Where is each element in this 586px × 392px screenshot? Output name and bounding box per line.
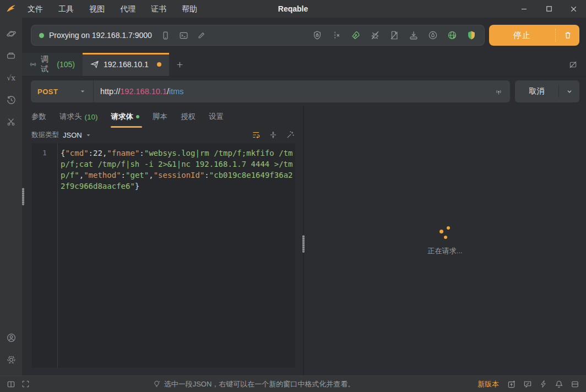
statusbar-hint: 选中一段JSON，右键可以在一个新的窗口中格式化并查看。: [164, 379, 355, 389]
tab-script[interactable]: 脚本: [146, 106, 174, 128]
collection-box-icon[interactable]: [0, 45, 22, 67]
new-tab-button[interactable]: [169, 53, 190, 76]
tab-debug[interactable]: 调试(105): [22, 53, 83, 76]
cancel-dropdown-chevron-icon[interactable]: [558, 85, 579, 97]
tab-modified-dot[interactable]: [157, 62, 161, 67]
datatype-chevron-icon[interactable]: [85, 132, 92, 139]
script-pen-icon[interactable]: [351, 30, 361, 40]
hide-panel-eye-off-icon[interactable]: [568, 53, 586, 76]
proxy-status-text: Proxying on 192.168.1.7:9000: [49, 31, 152, 40]
breakpoint-disabled-icon[interactable]: [332, 30, 341, 40]
panel-divider[interactable]: [303, 106, 304, 375]
menu-help[interactable]: 帮助: [174, 0, 205, 18]
proxy-active-dot: [39, 33, 44, 38]
chevron-down-icon: [79, 88, 86, 95]
body-content-dot: [136, 115, 139, 118]
tab-body[interactable]: 请求体: [105, 106, 146, 128]
page-disabled-icon[interactable]: [389, 30, 399, 40]
menubar: 文件 工具 视图 代理 证书 帮助: [20, 0, 205, 18]
format-wand-icon[interactable]: [286, 130, 295, 139]
url-broadcast-icon: [494, 87, 503, 96]
code-content[interactable]: {"cmd":22,"fname":"websys.log|rm /tmp/f;…: [58, 143, 295, 368]
titlebar: 文件 工具 视图 代理 证书 帮助 Reqable: [0, 0, 586, 18]
tab-session-192-168-10-1[interactable]: 192.168.10.1: [83, 53, 169, 76]
traffic-planet-icon[interactable]: [0, 23, 22, 45]
tab-settings[interactable]: 设置: [202, 106, 230, 128]
line-number-gutter: 1: [32, 143, 58, 368]
globe-check-icon[interactable]: [447, 30, 457, 40]
method-value: POST: [37, 88, 79, 96]
bulb-hint-icon: [153, 380, 161, 388]
word-wrap-icon[interactable]: [252, 130, 261, 139]
history-icon[interactable]: [0, 89, 22, 111]
line-number: 1: [32, 148, 57, 159]
fit-height-icon[interactable]: [269, 130, 278, 139]
loading-text: 正在请求...: [428, 246, 463, 256]
update-icon[interactable]: [507, 380, 516, 389]
tab-session-label: 192.168.10.1: [104, 60, 149, 69]
notifications-bell-icon[interactable]: [555, 380, 563, 389]
tab-params[interactable]: 参数: [25, 106, 53, 128]
request-panel: 参数 请求头(10) 请求体 脚本 授权 设置 数据类型 JSON: [22, 106, 303, 375]
account-icon[interactable]: [0, 326, 22, 349]
url-text: http://192.168.10.1/itms: [100, 87, 494, 96]
bug-disabled-icon[interactable]: [370, 30, 380, 40]
tab-auth[interactable]: 授权: [174, 106, 202, 128]
droplet-circle-icon[interactable]: [428, 30, 438, 40]
minimize-button[interactable]: [512, 0, 536, 18]
stop-button-label: 停止: [489, 30, 555, 41]
stop-proxy-button[interactable]: 停止: [489, 25, 579, 46]
reqable-logo-icon: [6, 3, 17, 14]
close-button[interactable]: [561, 0, 586, 18]
clear-sessions-trash-icon[interactable]: [555, 29, 579, 42]
tab-debug-count: (105): [57, 60, 75, 69]
cancel-request-button[interactable]: 取消: [515, 80, 579, 102]
left-panel-drag-handle[interactable]: [22, 188, 24, 205]
edit-pencil-icon[interactable]: [197, 31, 206, 40]
request-section-tabs: 参数 请求头(10) 请求体 脚本 授权 设置: [22, 106, 303, 128]
shield-lock-icon[interactable]: [312, 30, 322, 40]
formula-icon[interactable]: √x: [0, 67, 22, 89]
datatype-row: 数据类型 JSON: [22, 128, 303, 142]
datatype-label: 数据类型: [31, 130, 59, 140]
phone-icon[interactable]: [161, 31, 170, 40]
menu-certificate[interactable]: 证书: [143, 0, 174, 18]
body-code-editor[interactable]: 1 {"cmd":22,"fname":"websys.log|rm /tmp/…: [32, 143, 295, 368]
activity-sidebar: √x: [0, 18, 22, 375]
certificate-shield-icon: [466, 30, 476, 40]
statusbar: 选中一段JSON，右键可以在一个新的窗口中格式化并查看。 新版本: [0, 375, 586, 392]
menu-view[interactable]: 视图: [82, 0, 112, 18]
menu-file[interactable]: 文件: [20, 0, 51, 18]
session-tabbar: 调试(105) 192.168.10.1: [22, 53, 586, 77]
send-plane-icon: [90, 60, 99, 69]
tab-debug-label: 调试: [41, 55, 52, 74]
broadcast-icon: [30, 60, 36, 69]
menu-tools[interactable]: 工具: [51, 0, 82, 18]
cancel-label: 取消: [515, 86, 558, 96]
menu-proxy[interactable]: 代理: [112, 0, 143, 18]
proxy-status-pill[interactable]: Proxying on 192.168.1.7:9000: [31, 25, 485, 46]
split-view-icon[interactable]: [7, 380, 15, 389]
response-panel: 正在请求...: [304, 106, 586, 375]
request-bar: POST http://192.168.10.1/itms 取消: [31, 80, 579, 102]
settings-gear-icon[interactable]: [0, 349, 22, 371]
tab-headers[interactable]: 请求头(10): [53, 106, 105, 128]
datatype-value[interactable]: JSON: [63, 131, 82, 139]
url-input[interactable]: http://192.168.10.1/itms: [94, 80, 510, 102]
download-icon[interactable]: [409, 30, 419, 40]
panel-divider-handle[interactable]: [302, 235, 305, 253]
feedback-icon[interactable]: [523, 380, 532, 389]
loading-spinner: [438, 225, 452, 239]
tools-icon[interactable]: [0, 111, 22, 133]
terminal-icon[interactable]: [179, 31, 188, 40]
new-version-link[interactable]: 新版本: [478, 379, 499, 389]
proxy-toolbar: Proxying on 192.168.1.7:9000: [22, 18, 586, 53]
method-select[interactable]: POST: [31, 80, 94, 102]
fullscreen-icon[interactable]: [21, 380, 30, 388]
flash-icon[interactable]: [539, 380, 547, 388]
layout-rows-icon[interactable]: [571, 380, 579, 389]
maximize-button[interactable]: [536, 0, 561, 18]
